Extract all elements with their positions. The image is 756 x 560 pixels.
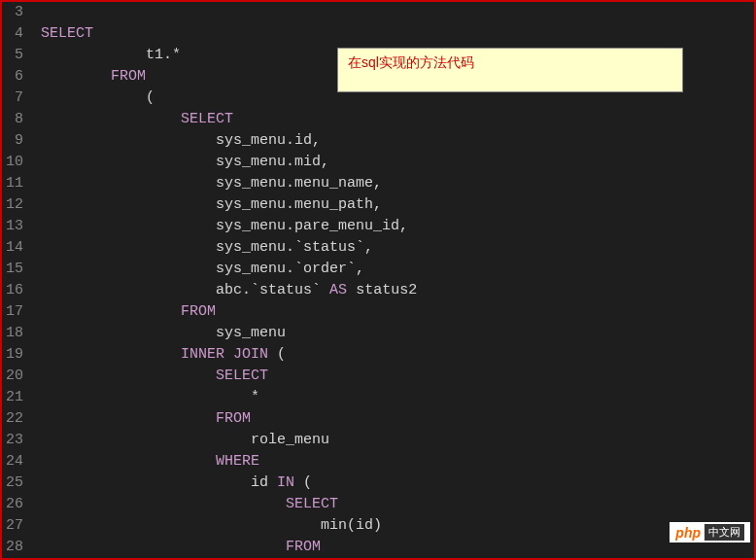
code-token: `order` — [294, 261, 356, 277]
code-token: IN — [277, 474, 294, 491]
code-line[interactable]: sys_menu.menu_name, — [41, 173, 754, 194]
line-number: 25 — [6, 472, 23, 494]
code-token: sys_menu — [41, 196, 286, 213]
line-number: 19 — [6, 344, 23, 366]
line-number: 5 — [6, 45, 23, 66]
code-token: . — [286, 132, 294, 149]
code-line[interactable] — [41, 2, 754, 23]
code-token: . — [163, 47, 172, 63]
code-line[interactable]: INNER JOIN ( — [41, 344, 754, 366]
code-line[interactable]: sys_menu — [41, 323, 754, 344]
line-number: 9 — [6, 130, 23, 152]
code-token: FROM — [181, 303, 216, 320]
code-token: id — [356, 517, 373, 534]
code-token: t1 — [41, 47, 163, 63]
line-number: 8 — [6, 109, 23, 130]
code-token — [41, 410, 216, 427]
code-token: , — [373, 175, 382, 192]
code-token — [41, 453, 216, 470]
line-number: 24 — [6, 451, 23, 472]
line-number: 15 — [6, 259, 23, 280]
line-number: 12 — [6, 194, 23, 216]
code-token: INNER — [181, 346, 224, 363]
code-line[interactable]: min(id) — [41, 515, 754, 537]
annotation-callout: 在sql实现的方法代码 — [337, 48, 683, 92]
code-token: id — [294, 132, 312, 149]
line-number: 11 — [6, 173, 23, 194]
code-line[interactable]: SELECT — [41, 23, 754, 45]
code-token: . — [286, 175, 294, 192]
line-number: 20 — [6, 366, 23, 387]
code-line[interactable]: FROM — [41, 408, 754, 430]
line-number: 13 — [6, 216, 23, 237]
code-token: ( — [303, 474, 312, 491]
code-token: abc — [41, 282, 242, 298]
code-line[interactable]: SELECT — [41, 109, 754, 130]
code-token: min — [321, 517, 347, 534]
line-number: 27 — [6, 515, 23, 537]
code-token: ( — [277, 346, 286, 363]
code-line[interactable]: sys_menu.mid, — [41, 152, 754, 173]
code-line[interactable]: SELECT — [41, 366, 754, 387]
code-token: menu_path — [294, 196, 373, 213]
code-token — [41, 346, 181, 363]
code-token — [41, 303, 181, 320]
code-token: sys_menu — [41, 239, 286, 256]
code-token: ) — [373, 517, 382, 534]
code-token: WHERE — [216, 453, 259, 470]
code-line[interactable]: * — [41, 387, 754, 408]
code-token: . — [286, 261, 294, 277]
code-token: FROM — [286, 539, 321, 555]
code-token: sys_menu — [41, 154, 286, 170]
line-number: 22 — [6, 408, 23, 430]
code-line[interactable]: abc.`status` AS status2 — [41, 280, 754, 301]
line-number: 4 — [6, 23, 23, 45]
code-token: ( — [146, 89, 155, 106]
code-line[interactable]: FROM — [41, 537, 754, 558]
code-line[interactable]: sys_menu.menu_path, — [41, 194, 754, 216]
code-token: . — [242, 282, 251, 298]
line-gutter: 3456789101112131415161718192021222324252… — [2, 2, 31, 558]
line-number: 23 — [6, 430, 23, 451]
code-token — [321, 282, 329, 298]
code-token: JOIN — [233, 346, 268, 363]
code-line[interactable]: FROM — [41, 301, 754, 323]
code-token — [41, 68, 111, 85]
code-token: sys_menu — [41, 218, 286, 234]
code-token: FROM — [216, 410, 251, 427]
code-token — [41, 389, 251, 405]
code-token — [41, 111, 181, 127]
line-number: 10 — [6, 152, 23, 173]
code-editor: 3456789101112131415161718192021222324252… — [0, 0, 756, 560]
code-token: . — [286, 218, 294, 234]
code-line[interactable]: sys_menu.`order`, — [41, 259, 754, 280]
code-line[interactable]: sys_menu.`status`, — [41, 237, 754, 259]
line-number: 7 — [6, 88, 23, 109]
code-line[interactable]: sys_menu.id, — [41, 130, 754, 152]
code-token: . — [286, 239, 294, 256]
code-line[interactable]: WHERE — [41, 451, 754, 472]
code-token: sys_menu — [41, 175, 286, 192]
annotation-text: 在sql实现的方法代码 — [348, 54, 474, 70]
code-token: status2 — [347, 282, 417, 298]
code-token: , — [373, 196, 382, 213]
watermark-text: 中文网 — [704, 524, 744, 541]
code-line[interactable]: sys_menu.pare_menu_id, — [41, 216, 754, 237]
code-token: menu_name — [294, 175, 373, 192]
code-line[interactable]: role_menu — [41, 430, 754, 451]
code-line[interactable]: SELECT — [41, 494, 754, 515]
code-token: pare_menu_id — [294, 218, 399, 234]
code-token: `status` — [251, 282, 321, 298]
code-line[interactable]: id IN ( — [41, 472, 754, 494]
watermark: php 中文网 — [670, 522, 750, 542]
code-token: SELECT — [216, 368, 268, 384]
line-number: 6 — [6, 66, 23, 88]
code-token: AS — [329, 282, 347, 298]
code-token: FROM — [111, 68, 146, 85]
code-token: ( — [347, 517, 356, 534]
code-token: . — [286, 196, 294, 213]
code-token — [41, 368, 216, 384]
code-token: , — [356, 261, 364, 277]
code-token — [41, 539, 286, 555]
code-token: , — [321, 154, 329, 170]
